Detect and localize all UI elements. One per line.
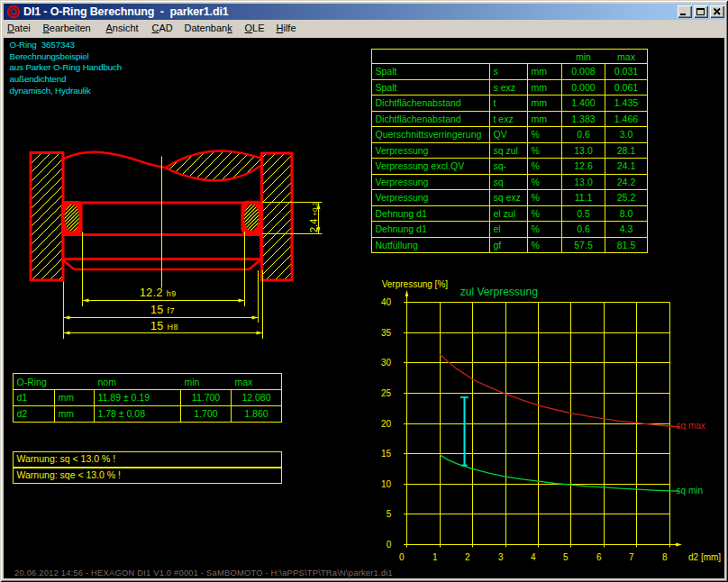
svg-text:max: max	[617, 51, 636, 62]
svg-text:0.061: 0.061	[614, 82, 638, 93]
svg-text:Verpressung [%]: Verpressung [%]	[382, 279, 449, 289]
svg-text:Spalt: Spalt	[376, 82, 397, 93]
svg-text:Dichtflächenabstand: Dichtflächenabstand	[376, 114, 461, 124]
svg-text:20.06.2012 14:56 - HEXAGON DI1: 20.06.2012 14:56 - HEXAGON DI1 V1.0 #000…	[14, 568, 393, 577]
svg-text:1.383: 1.383	[571, 114, 595, 124]
svg-text:11.1: 11.1	[575, 192, 593, 203]
svg-text:11.89 ± 0.19: 11.89 ± 0.19	[98, 392, 150, 403]
svg-text:0.6: 0.6	[577, 129, 590, 140]
svg-text:Verpressung: Verpressung	[376, 192, 429, 203]
svg-text:Nutfüllung: Nutfüllung	[376, 240, 418, 250]
svg-text:7: 7	[629, 552, 634, 562]
svg-text:4.3: 4.3	[620, 223, 633, 234]
svg-text:mm: mm	[532, 82, 548, 93]
svg-text:20: 20	[381, 419, 392, 429]
svg-text:%: %	[532, 145, 540, 156]
svg-text:d2 [mm]: d2 [mm]	[688, 552, 721, 562]
svg-text:Querschnittsverringerung: Querschnittsverringerung	[376, 129, 482, 140]
svg-text:mm: mm	[532, 114, 548, 124]
svg-text:sq min: sq min	[677, 486, 703, 496]
svg-text:min: min	[185, 377, 200, 387]
svg-text:%: %	[532, 208, 540, 219]
svg-text:min: min	[576, 51, 591, 62]
svg-text:t exz: t exz	[494, 114, 514, 124]
svg-text:gf: gf	[494, 240, 502, 250]
svg-text:d2: d2	[17, 408, 28, 419]
svg-text:5: 5	[563, 552, 569, 562]
svg-text:Dehnung d1: Dehnung d1	[376, 208, 427, 219]
svg-text:Dichtflächenabstand: Dichtflächenabstand	[376, 97, 461, 108]
svg-text:außendichtend: außendichtend	[10, 74, 67, 84]
svg-text:Berechnungsbeispiel: Berechnungsbeispiel	[10, 51, 89, 61]
svg-text:12.080: 12.080	[241, 392, 270, 403]
svg-text:15 f7: 15 f7	[150, 304, 175, 316]
svg-text:mm: mm	[532, 97, 548, 108]
svg-text:mm: mm	[59, 392, 75, 403]
svg-text:25: 25	[381, 388, 392, 398]
svg-text:81.5: 81.5	[617, 240, 636, 250]
svg-text:sq-: sq-	[494, 160, 507, 171]
svg-text:%: %	[532, 177, 540, 187]
svg-text:Dehnung d1: Dehnung d1	[376, 223, 427, 234]
svg-text:%: %	[532, 192, 540, 203]
svg-text:1.860: 1.860	[244, 408, 268, 419]
svg-text:1.700: 1.700	[194, 408, 217, 419]
svg-text:mm: mm	[59, 408, 75, 419]
svg-text:O-Ring: O-Ring	[17, 377, 47, 387]
svg-text:25.2: 25.2	[617, 192, 636, 203]
svg-text:s: s	[494, 66, 498, 77]
svg-text:s exz: s exz	[494, 82, 516, 93]
svg-text:Verpressung excl.QV: Verpressung excl.QV	[376, 160, 465, 171]
svg-text:O-Ring 3657343: O-Ring 3657343	[10, 40, 76, 50]
svg-text:%: %	[532, 160, 540, 171]
svg-text:13.0: 13.0	[574, 145, 593, 156]
svg-text:sq: sq	[494, 177, 504, 187]
svg-text:24.1: 24.1	[617, 160, 636, 171]
svg-text:Verpressung: Verpressung	[376, 177, 429, 187]
svg-text:d1: d1	[17, 392, 28, 403]
svg-text:sq exz: sq exz	[494, 192, 521, 203]
svg-text:sq max: sq max	[677, 421, 705, 431]
svg-text:%: %	[532, 240, 540, 250]
svg-text:12.6: 12.6	[574, 160, 593, 171]
svg-text:12.2 h9: 12.2 h9	[140, 286, 177, 299]
svg-text:3: 3	[498, 552, 504, 562]
svg-text:1.400: 1.400	[571, 97, 595, 108]
svg-text:8: 8	[662, 552, 668, 562]
svg-text:10: 10	[381, 479, 392, 489]
svg-text:0.6: 0.6	[577, 223, 590, 234]
svg-text:2.4 +0.2: 2.4 +0.2	[308, 201, 319, 232]
svg-text:3.0: 3.0	[620, 129, 633, 140]
svg-text:1.466: 1.466	[614, 114, 638, 124]
svg-text:nom: nom	[98, 377, 117, 387]
svg-text:28.1: 28.1	[617, 145, 636, 156]
svg-text:Verpressung: Verpressung	[376, 145, 429, 156]
svg-text:24.2: 24.2	[617, 177, 636, 187]
svg-text:0.008: 0.008	[571, 66, 595, 77]
svg-text:13.0: 13.0	[574, 177, 593, 187]
svg-text:1.435: 1.435	[614, 97, 638, 108]
svg-text:8.0: 8.0	[620, 208, 633, 219]
svg-text:%: %	[532, 129, 540, 140]
svg-text:el: el	[494, 223, 501, 234]
svg-text:Warnung: sqe < 13.0 % !: Warnung: sqe < 13.0 % !	[17, 469, 121, 480]
svg-text:zul Verpressung: zul Verpressung	[460, 286, 538, 298]
svg-text:0: 0	[399, 552, 405, 562]
svg-text:11.700: 11.700	[192, 392, 220, 403]
svg-text:max: max	[235, 377, 254, 387]
svg-text:Spalt: Spalt	[376, 66, 397, 77]
svg-text:15: 15	[381, 449, 392, 459]
svg-text:2: 2	[465, 552, 470, 562]
svg-text:15 H8: 15 H8	[150, 320, 178, 332]
svg-text:35: 35	[381, 328, 392, 338]
svg-text:dynamisch, Hydraulik: dynamisch, Hydraulik	[10, 86, 91, 95]
svg-text:t: t	[494, 97, 496, 108]
svg-text:0.031: 0.031	[614, 66, 638, 77]
svg-text:1: 1	[432, 552, 438, 562]
svg-text:6: 6	[596, 552, 602, 562]
svg-text:57.5: 57.5	[574, 240, 593, 250]
svg-text:aus Parker O-Ring Handbuch: aus Parker O-Ring Handbuch	[10, 62, 123, 72]
svg-text:mm: mm	[532, 66, 548, 77]
svg-text:sq zul: sq zul	[494, 145, 518, 156]
svg-text:%: %	[532, 223, 540, 234]
